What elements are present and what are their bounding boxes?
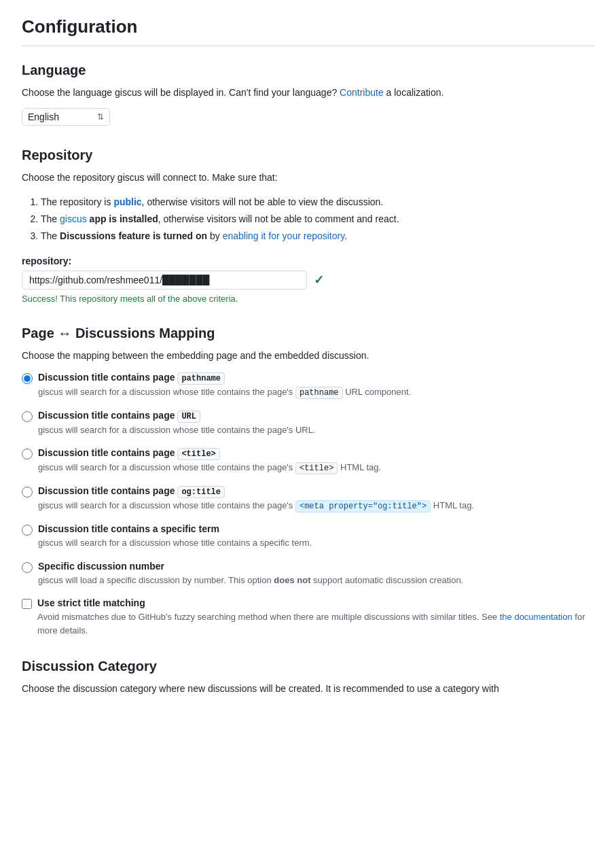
- og-title-code: og:title: [177, 486, 225, 498]
- language-section: Language Choose the language giscus will…: [22, 63, 594, 126]
- url-code: URL: [177, 411, 200, 423]
- mapping-radio-specific[interactable]: [22, 525, 33, 536]
- strict-matching-option: Use strict title matching Avoid mismatch…: [22, 597, 594, 637]
- mapping-option-specific-term: Discussion title contains a specific ter…: [22, 523, 594, 550]
- page-title: Configuration: [22, 16, 594, 37]
- mapping-desc-url: giscus will search for a discussion whos…: [38, 423, 316, 437]
- mapping-desc-specific-term: giscus will search for a discussion whos…: [38, 536, 312, 550]
- mapping-radio-pathname[interactable]: [22, 373, 33, 384]
- success-message: Success! This repository meets all of th…: [22, 294, 594, 304]
- repository-section: Repository Choose the repository giscus …: [22, 147, 594, 304]
- language-desc-pre: Choose the language giscus will be displ…: [22, 87, 337, 98]
- mapping-label-specific-term: Discussion title contains a specific ter…: [38, 523, 312, 534]
- mapping-section: Page ↔ Discussions Mapping Choose the ma…: [22, 326, 594, 637]
- contribute-link[interactable]: Contribute: [340, 87, 384, 98]
- mapping-label-url: Discussion title contains page URL: [38, 410, 316, 421]
- pathname-code-desc: pathname: [295, 387, 343, 399]
- mapping-desc-pathname: giscus will search for a discussion whos…: [38, 385, 411, 399]
- mapping-option-pathname: Discussion title contains page pathname …: [22, 372, 594, 399]
- mapping-radio-og-title[interactable]: [22, 487, 33, 498]
- mapping-label-specific-number: Specific discussion number: [38, 561, 463, 572]
- mapping-radio-number[interactable]: [22, 562, 33, 573]
- strict-matching-desc: Avoid mismatches due to GitHub's fuzzy s…: [37, 610, 594, 637]
- discussion-category-description: Choose the discussion category where new…: [22, 681, 594, 696]
- mapping-label-pathname: Discussion title contains page pathname: [38, 372, 411, 383]
- mapping-radio-title[interactable]: [22, 449, 33, 459]
- strict-matching-label: Use strict title matching: [37, 597, 594, 608]
- title-divider: [22, 46, 594, 46]
- documentation-link[interactable]: the documentation: [500, 612, 573, 622]
- language-select-wrapper[interactable]: English Deutsch Español Français 日本語 Por…: [22, 108, 110, 126]
- strict-matching-checkbox[interactable]: [22, 599, 32, 609]
- mapping-option-title: Discussion title contains page <title> g…: [22, 447, 594, 474]
- repository-field-label: repository:: [22, 256, 594, 266]
- does-not-text: does not: [274, 575, 310, 585]
- public-link[interactable]: public: [113, 196, 141, 207]
- mapping-label-og-title: Discussion title contains page og:title: [38, 485, 474, 497]
- mapping-option-og-title: Discussion title contains page og:title …: [22, 485, 594, 512]
- repository-input-row: ✓: [22, 271, 594, 290]
- mapping-option-specific-number: Specific discussion number giscus will l…: [22, 561, 594, 587]
- mapping-option-url: Discussion title contains page URL giscu…: [22, 410, 594, 437]
- mapping-desc-specific-number: giscus will load a specific discussion b…: [38, 574, 463, 587]
- criteria-item-2: The giscus app is installed, otherwise v…: [41, 211, 594, 228]
- select-arrow-icon: ⇅: [97, 112, 104, 122]
- language-select[interactable]: English Deutsch Español Français 日本語 Por…: [28, 111, 94, 122]
- criteria-list: The repository is public, otherwise visi…: [41, 194, 594, 245]
- language-description: Choose the language giscus will be displ…: [22, 85, 594, 100]
- mapping-radio-url[interactable]: [22, 411, 33, 422]
- title-code-desc: <title>: [295, 462, 338, 474]
- criteria-item-1: The repository is public, otherwise visi…: [41, 194, 594, 211]
- criteria-item-3: The Discussions feature is turned on by …: [41, 228, 594, 245]
- mapping-section-title: Page ↔ Discussions Mapping: [22, 326, 594, 341]
- mapping-desc-title: giscus will search for a discussion whos…: [38, 461, 381, 474]
- og-title-meta-code: <meta property="og:title">: [295, 500, 431, 512]
- repository-description: Choose the repository giscus will connec…: [22, 170, 594, 185]
- discussion-category-title: Discussion Category: [22, 659, 594, 674]
- repository-section-title: Repository: [22, 147, 594, 163]
- pathname-code: pathname: [177, 372, 225, 385]
- enabling-link[interactable]: enabling it for your repository: [223, 230, 345, 241]
- language-desc-post: a localization.: [386, 87, 444, 98]
- giscus-app-link[interactable]: giscus: [60, 213, 87, 224]
- strict-desc-pre: Avoid mismatches due to GitHub's fuzzy s…: [37, 612, 500, 622]
- check-icon: ✓: [314, 273, 324, 288]
- language-section-title: Language: [22, 63, 594, 78]
- title-code: <title>: [177, 448, 219, 460]
- mapping-desc-og-title: giscus will search for a discussion whos…: [38, 499, 474, 512]
- mapping-label-title: Discussion title contains page <title>: [38, 447, 381, 459]
- discussion-category-section: Discussion Category Choose the discussio…: [22, 659, 594, 696]
- repository-input[interactable]: [22, 271, 307, 290]
- mapping-description: Choose the mapping between the embedding…: [22, 348, 594, 363]
